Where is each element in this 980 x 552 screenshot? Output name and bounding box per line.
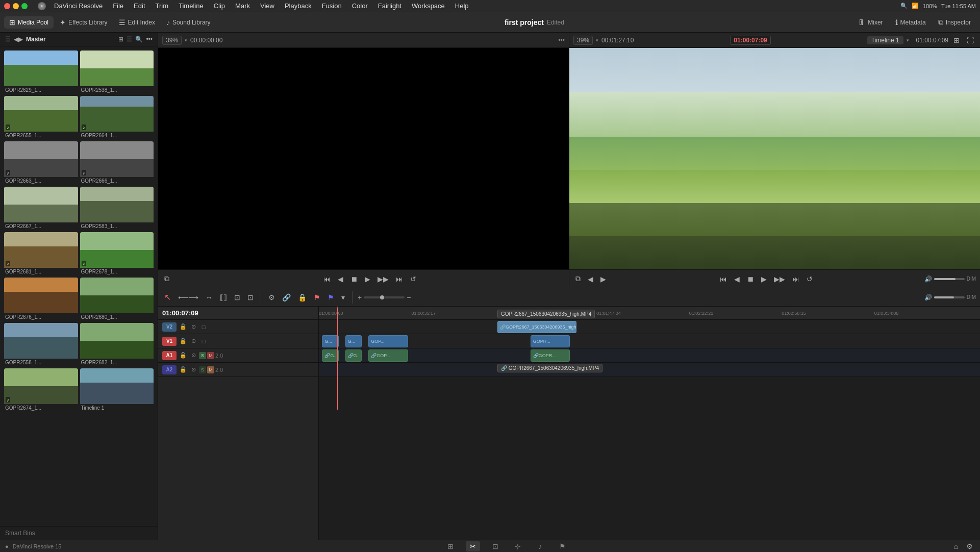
media-item-5[interactable]: ♪GOPR2666_1... xyxy=(80,141,154,185)
clip-v1-2[interactable]: G... xyxy=(345,335,362,347)
tl-stop[interactable]: ⏹ xyxy=(745,274,756,284)
source-next-frame[interactable]: ▶▶ xyxy=(375,274,391,284)
tl-volume-slider[interactable] xyxy=(934,296,965,298)
mixer-button[interactable]: 🎚 Mixer xyxy=(853,16,888,29)
deliver-page-tab[interactable]: ⚑ xyxy=(556,541,570,551)
overwrite-edit[interactable]: ⊡ xyxy=(232,292,242,303)
tl-next-frame[interactable]: ▶▶ xyxy=(772,274,787,284)
edit-index-button[interactable]: ☰ Edit Index xyxy=(114,16,160,29)
home-btn[interactable]: ⌂ xyxy=(952,541,960,551)
source-loop-toggle[interactable]: ↺ xyxy=(408,274,418,284)
a2-lock[interactable]: 🔓 xyxy=(179,365,188,374)
tl-go-start[interactable]: ⏮ xyxy=(718,274,729,284)
menu-edit[interactable]: Edit xyxy=(132,2,147,10)
tl-play[interactable]: ▶ xyxy=(759,274,769,284)
a2-auto[interactable]: ⊙ xyxy=(189,365,198,374)
media-item-14[interactable]: ♪GOPR2674_1... xyxy=(4,368,78,412)
media-item-2[interactable]: ♪GOPR2655_1... xyxy=(4,96,78,139)
menu-clip[interactable]: Clip xyxy=(212,2,227,10)
clip-a1-4[interactable]: 🔗GOPR... xyxy=(531,349,570,362)
media-item-4[interactable]: ♪GOPR2663_1... xyxy=(4,141,78,185)
menu-workspace[interactable]: Workspace xyxy=(410,2,447,10)
fullscreen-button[interactable] xyxy=(21,3,28,9)
tl-viewer-snap[interactable]: ⊞ xyxy=(951,35,962,45)
fusion-page-tab[interactable]: ⊹ xyxy=(511,541,525,551)
zoom-out-btn[interactable]: − xyxy=(407,293,411,302)
replace-edit[interactable]: ⊡ xyxy=(245,292,256,303)
menu-mark[interactable]: Mark xyxy=(233,2,252,10)
volume-slider[interactable] xyxy=(934,278,965,280)
roll-edit[interactable]: ↔ xyxy=(204,292,215,303)
menu-fairlight[interactable]: Fairlight xyxy=(376,2,404,10)
source-play[interactable]: ▶ xyxy=(363,274,372,284)
sound-library-button[interactable]: ♪ Sound Library xyxy=(161,16,216,29)
tl-in[interactable]: ◀ xyxy=(586,274,595,284)
source-screen[interactable] xyxy=(158,48,569,269)
snap-toggle[interactable]: 🔒 xyxy=(296,292,309,303)
metadata-button[interactable]: ℹ Metadata xyxy=(890,16,931,29)
minimize-button[interactable] xyxy=(13,3,19,9)
menu-view[interactable]: View xyxy=(258,2,277,10)
flag-red[interactable]: ⚑ xyxy=(312,292,322,303)
media-item-7[interactable]: GOPR2583_1... xyxy=(80,187,154,230)
settings-btn[interactable]: ⚙ xyxy=(964,541,975,551)
cut-page-tab[interactable]: ✂ xyxy=(466,541,480,551)
volume-control[interactable]: 🔊 DIM xyxy=(924,275,976,283)
tl-loop[interactable]: ↺ xyxy=(805,274,815,284)
v2-lock[interactable]: 🔓 xyxy=(179,322,188,332)
fairlight-page-tab[interactable]: ♪ xyxy=(533,541,547,551)
v2-auto[interactable]: ⊙ xyxy=(189,322,198,332)
source-prev-frame[interactable]: ◀ xyxy=(336,274,345,284)
tl-viewer-zoom[interactable]: 39% xyxy=(573,36,593,45)
v1-auto[interactable]: ⊙ xyxy=(189,337,198,346)
a2-s[interactable]: S xyxy=(199,366,206,373)
media-item-10[interactable]: GOPR2676_1... xyxy=(4,278,78,321)
timeline-screen[interactable] xyxy=(569,48,980,269)
insert-edit[interactable]: ⟦⟧ xyxy=(218,292,229,303)
ripple-edit[interactable]: ⟵⟶ xyxy=(176,292,200,303)
clip-a1-2[interactable]: 🔗G... xyxy=(345,349,362,362)
tl-current-time[interactable]: 01:00:07:09 xyxy=(730,36,770,45)
tl-viewer-timecode[interactable]: 00:01:27:10 xyxy=(601,37,634,44)
menu-help[interactable]: Help xyxy=(453,2,471,10)
source-viewer-dots[interactable]: ••• xyxy=(558,37,565,44)
media-item-15[interactable]: Timeline 1 xyxy=(80,368,154,412)
list-view-icon[interactable]: ☰ xyxy=(127,36,132,43)
source-zoom[interactable]: 39% xyxy=(162,36,182,45)
tl-loop-region[interactable]: ⧉ xyxy=(573,273,583,284)
zoom-controls[interactable]: + − xyxy=(358,293,411,302)
clip-a1-3[interactable]: 🔗GOP... xyxy=(368,349,408,362)
source-timecode[interactable]: 00:00:00:00 xyxy=(190,37,222,44)
select-tool[interactable]: ↖ xyxy=(162,291,173,303)
timeline-name[interactable]: Timeline 1 xyxy=(867,36,903,44)
v2-monitor[interactable]: □ xyxy=(199,322,208,332)
inspector-button[interactable]: ⧉ Inspector xyxy=(933,16,976,29)
zoom-slider[interactable] xyxy=(364,296,405,298)
options-icon[interactable]: ••• xyxy=(146,36,153,43)
source-stop[interactable]: ⏹ xyxy=(348,274,360,284)
clip-v2-1[interactable]: 🔗 GOPR2667_1506304206935_high.MP4 xyxy=(497,321,577,333)
close-button[interactable] xyxy=(4,3,10,9)
v1-monitor[interactable]: □ xyxy=(199,337,208,346)
razor-tool[interactable]: ⚙ xyxy=(266,292,277,303)
tl-viewer-fullscreen[interactable]: ⛶ xyxy=(965,35,976,45)
menu-file[interactable]: File xyxy=(111,2,125,10)
clip-v1-4[interactable]: GOPR... xyxy=(531,335,570,347)
smart-bins-footer[interactable]: Smart Bins xyxy=(0,526,158,540)
media-item-0[interactable]: GOPR2629_1... xyxy=(4,51,78,94)
menu-playback[interactable]: Playback xyxy=(283,2,314,10)
a2-m[interactable]: M xyxy=(207,366,214,373)
flag-dropdown[interactable]: ▾ xyxy=(339,292,347,303)
menu-fusion[interactable]: Fusion xyxy=(320,2,344,10)
a1-s[interactable]: S xyxy=(199,352,206,359)
zoom-in-btn[interactable]: + xyxy=(358,293,362,302)
media-pool-button[interactable]: ⊞ Media Pool xyxy=(4,16,54,29)
media-item-11[interactable]: GOPR2680_1... xyxy=(80,278,154,321)
media-item-9[interactable]: ♪GOPR2678_1... xyxy=(80,232,154,275)
menu-color[interactable]: Color xyxy=(350,2,370,10)
a1-lock[interactable]: 🔓 xyxy=(179,351,188,360)
clip-v1-3[interactable]: GOP... xyxy=(368,335,408,347)
a1-auto[interactable]: ⊙ xyxy=(189,351,198,360)
media-item-8[interactable]: ♪GOPR2681_1... xyxy=(4,232,78,275)
grid-view-icon[interactable]: ⊞ xyxy=(118,36,123,43)
